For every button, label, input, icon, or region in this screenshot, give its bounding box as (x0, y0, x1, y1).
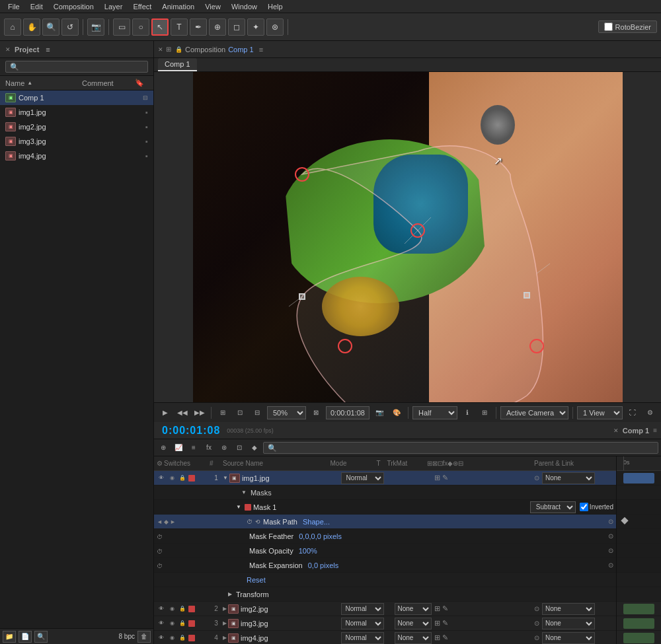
layer1-anchor-icon[interactable]: ⊞ (434, 474, 440, 482)
layer1-expand-btn[interactable]: ▼ (223, 475, 228, 481)
viewer-play-btn[interactable]: ▶ (158, 406, 173, 420)
layer3-trkmat-select[interactable]: None (395, 618, 432, 629)
project-item-img1[interactable]: ▣ img1.jpg ▪ (0, 105, 153, 120)
layer2-parent-select[interactable]: None (542, 603, 595, 615)
search-btn[interactable]: 🔍 (34, 631, 48, 643)
tl-adjust-btn[interactable]: ⊡ (233, 441, 246, 454)
new-comp-btn[interactable]: 📄 (19, 631, 32, 643)
project-item-img4[interactable]: ▣ img4.jpg ▪ (0, 149, 153, 163)
layer3-solo-btn[interactable]: ◉ (167, 619, 176, 628)
layer2-edit-icon[interactable]: ✎ (442, 604, 448, 613)
menu-window[interactable]: Window (226, 3, 262, 11)
mask-feather-timer-icon[interactable]: ⏱ (157, 534, 163, 540)
project-close-btn[interactable]: ✕ (5, 46, 11, 53)
mask1-mode-select[interactable]: Subtract Add Intersect None (530, 501, 576, 513)
delete-btn[interactable]: 🗑 (137, 631, 151, 643)
tl-effects-btn[interactable]: fx (202, 441, 215, 454)
layer3-label-color[interactable] (188, 620, 195, 627)
layer2-trkmat-select[interactable]: None (395, 603, 432, 615)
viewer-zoom-select[interactable]: 50% 25% 100% (267, 406, 306, 419)
tl-graph-btn[interactable]: 📈 (172, 441, 185, 454)
keyframe-start[interactable] (621, 517, 628, 524)
mask-opacity-value[interactable]: 100% (299, 547, 317, 555)
layer3-visibility-btn[interactable]: 👁 (157, 619, 166, 628)
zoom-tool-btn[interactable]: 🔍 (42, 18, 59, 36)
viewer-view-select[interactable]: 1 View 2 Views 4 Views (577, 406, 623, 419)
mask-point-2[interactable] (410, 223, 425, 238)
layer3-edit-icon[interactable]: ✎ (442, 619, 448, 627)
tl-keys-btn[interactable]: ◆ (248, 441, 261, 454)
mask1-inverted-label[interactable]: Inverted (580, 503, 613, 511)
mask-path-keyframe-nav-prev[interactable]: ◄ (157, 519, 163, 525)
layer1-mode-select[interactable]: Normal (341, 472, 384, 484)
rotate-tool-btn[interactable]: ↺ (61, 18, 79, 36)
viewer-fullscreen-btn[interactable]: ⛶ (625, 406, 640, 420)
menu-help[interactable]: Help (262, 3, 288, 11)
layer2-label-color[interactable] (188, 606, 195, 612)
layer2-anchor-icon[interactable]: ⊞ (434, 604, 440, 613)
menu-layer[interactable]: Layer (99, 3, 128, 11)
mask1-expand-btn[interactable]: ▼ (236, 504, 241, 510)
roto-bezier-checkbox[interactable] (604, 22, 613, 31)
layer1-solo-btn[interactable]: ◉ (167, 474, 176, 483)
mask-square-2[interactable] (524, 292, 530, 299)
layer4-parent-select[interactable]: None (542, 632, 595, 644)
viewer-next-btn[interactable]: ▶▶ (192, 406, 207, 420)
layer-row-1[interactable]: 👁 ◉ 🔒 1 ▼ ▣ img1.jpg Normal (154, 471, 616, 485)
viewer-color-btn[interactable]: 🎨 (389, 406, 404, 420)
viewer-mask-btn[interactable]: ⊡ (233, 406, 247, 420)
menu-file[interactable]: File (3, 3, 25, 11)
layer-row-4[interactable]: 👁 ◉ 🔒 4 ▶ ▣ img4.jpg Normal (154, 631, 616, 644)
layer3-parent-select[interactable]: None (542, 618, 595, 629)
layer1-label-color[interactable] (188, 475, 195, 482)
layer3-mode-select[interactable]: Normal (341, 618, 384, 629)
timeline-search-input[interactable] (263, 442, 658, 454)
viewer-grid-btn[interactable]: ⊞ (215, 406, 230, 420)
mask-point-4[interactable] (529, 339, 544, 353)
layer2-lock-btn[interactable]: 🔒 (178, 604, 187, 614)
masks-expand-btn[interactable]: ▼ (228, 489, 247, 495)
layer4-label-color[interactable] (188, 635, 195, 641)
menu-edit[interactable]: Edit (25, 3, 48, 11)
mask-path-keyframe-btn[interactable]: ◆ (164, 519, 169, 525)
viewer-camera-select[interactable]: Active Camera (500, 406, 568, 419)
home-tool-btn[interactable]: ⌂ (4, 18, 21, 36)
layer-row-2[interactable]: 👁 ◉ 🔒 2 ▶ ▣ img2.jpg Normal (154, 602, 616, 616)
comp-close-btn[interactable]: ✕ (158, 46, 163, 53)
layer2-expand-btn[interactable]: ▶ (223, 606, 227, 612)
mask1-inverted-checkbox[interactable] (580, 503, 588, 511)
mask-path-row[interactable]: ◄ ◆ ► ⏱ ⟲ Mask Path Shape... ⊙ (154, 515, 616, 529)
mask-expansion-value[interactable]: 0,0 pixels (308, 561, 338, 569)
viewer-settings-btn[interactable]: ⚙ (642, 406, 657, 420)
rect-tool-btn[interactable]: ▭ (113, 18, 130, 36)
mask-path-keyframe-icon[interactable]: ⊙ (608, 518, 613, 525)
viewer-info-btn[interactable]: ℹ (460, 406, 475, 420)
viewer-snapshot-btn[interactable]: 📷 (372, 406, 387, 420)
layer-row-3[interactable]: 👁 ◉ 🔒 3 ▶ ▣ img3.jpg Normal (154, 616, 616, 631)
paint-tool-btn[interactable]: ✦ (247, 18, 264, 36)
viewer-prev-btn[interactable]: ◀◀ (175, 406, 190, 420)
layer2-mode-select[interactable]: Normal (341, 603, 384, 615)
project-item-img3[interactable]: ▣ img3.jpg ▪ (0, 134, 153, 149)
mask-expansion-timer-icon[interactable]: ⏱ (157, 563, 163, 569)
tl-modes-btn[interactable]: ≡ (187, 441, 200, 454)
puppet-tool-btn[interactable]: ⊛ (266, 18, 284, 36)
project-item-comp1[interactable]: ▣ Comp 1 ⊟ (0, 90, 153, 105)
layer3-anchor-icon[interactable]: ⊞ (434, 619, 440, 627)
timeline-menu-btn[interactable]: ≡ (653, 427, 657, 434)
transform-expand-btn[interactable]: ▶ (228, 591, 232, 597)
viewer-3d-btn[interactable]: ⊟ (250, 406, 264, 420)
layer2-solo-btn[interactable]: ◉ (167, 604, 176, 614)
layer4-expand-btn[interactable]: ▶ (223, 635, 227, 641)
timecode-display[interactable]: 0:00:01:08 (158, 423, 224, 438)
mask-path-value[interactable]: Shape... (303, 518, 330, 526)
pen-tool-btn[interactable]: ✒ (190, 18, 207, 36)
select-tool-btn[interactable]: ↖ (151, 18, 169, 36)
tl-add-marker-btn[interactable]: ⊕ (157, 441, 170, 454)
layer1-lock-btn[interactable]: 🔒 (178, 474, 187, 483)
menu-view[interactable]: View (200, 3, 226, 11)
layer4-solo-btn[interactable]: ◉ (167, 633, 176, 643)
new-folder-btn[interactable]: 📁 (3, 631, 16, 643)
col-name-header[interactable]: Name ▲ (5, 79, 82, 87)
comp-panel-menu-btn[interactable]: ≡ (259, 46, 263, 54)
